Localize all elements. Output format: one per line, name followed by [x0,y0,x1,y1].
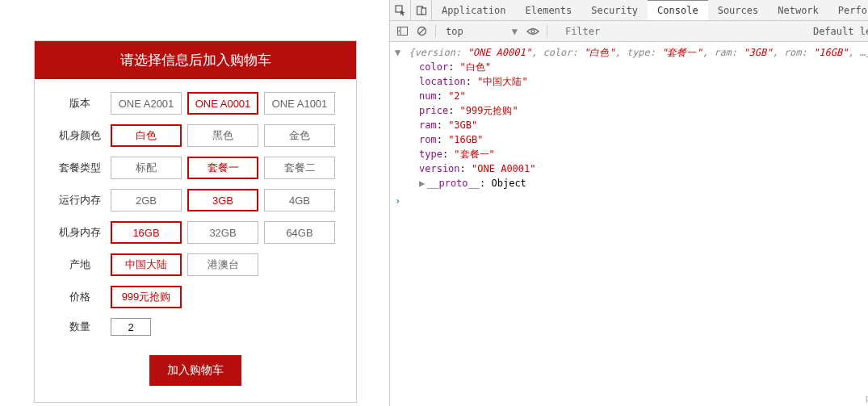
toggle-collapsed-icon[interactable]: ▶ [419,176,427,190]
prop-row: rom: "16GB" [395,132,868,147]
option-color-1[interactable]: 黑色 [187,124,258,147]
tab-console[interactable]: Console [648,0,708,20]
prop-row: ram: "3GB" [395,118,868,132]
add-to-cart-button[interactable]: 加入购物车 [149,355,241,386]
devtools-tabs: Application Elements Security Console So… [390,0,868,21]
label-location: 产地 [49,257,111,272]
option-rom-0[interactable]: 16GB [111,221,182,244]
prop-row: num: "2" [395,89,868,103]
option-location-1[interactable]: 港澳台 [187,253,258,276]
tab-security[interactable]: Security [581,0,648,21]
row-version: 版本 ONE A2001 ONE A0001 ONE A1001 [35,87,356,119]
row-rom: 机身内存 16GB 32GB 64GB [35,216,356,249]
row-price: 价格 999元抢购 [35,281,356,313]
option-ram-0[interactable]: 2GB [111,189,182,211]
prop-row: version: "ONE A0001" [395,161,868,176]
options-rom: 16GB 32GB 64GB [111,221,335,244]
tab-network[interactable]: Network [768,0,828,21]
option-color-2[interactable]: 金色 [264,124,335,147]
prop-row: price: "999元抢购" [395,103,868,118]
product-form: 请选择信息后加入购物车 版本 ONE A2001 ONE A0001 ONE A… [34,40,357,403]
svg-rect-2 [421,8,426,15]
option-rom-1[interactable]: 32GB [187,221,258,244]
prop-row: color: "白色" [395,60,868,74]
options-color: 白色 黑色 金色 [111,124,335,147]
console-prompt-icon[interactable]: › [395,190,868,208]
options-version: ONE A2001 ONE A0001 ONE A1001 [111,92,335,115]
tab-application[interactable]: Application [432,0,515,21]
form-body: 版本 ONE A2001 ONE A0001 ONE A1001 机身颜色 白色… [35,79,356,402]
proto-row[interactable]: ▶__proto__: Object [395,176,868,190]
levels-label: Default levels [813,26,868,37]
object-summary: {version: "ONE A0001", color: "白色", type… [409,47,868,58]
row-qty: 数量 [35,313,356,341]
log-levels-selector[interactable]: Default levels ▼ [813,26,868,37]
toolbar-divider [435,25,436,38]
console-object[interactable]: ▼ {version: "ONE A0001", color: "白色", ty… [395,45,868,60]
chevron-down-icon: ▼ [512,26,518,37]
qty-wrap [111,318,151,336]
options-type: 标配 套餐一 套餐二 [111,157,335,179]
row-location: 产地 中国大陆 港澳台 [35,249,356,281]
device-icon[interactable] [411,0,432,21]
option-version-1[interactable]: ONE A0001 [187,92,258,115]
tab-sources[interactable]: Sources [708,0,769,21]
label-type: 套餐类型 [49,161,111,175]
option-type-2[interactable]: 套餐二 [264,157,335,179]
price-display: 999元抢购 [111,286,182,308]
option-type-0[interactable]: 标配 [111,157,182,179]
console-output[interactable]: ▼ {version: "ONE A0001", color: "白色", ty… [390,42,868,406]
option-version-0[interactable]: ONE A2001 [111,92,182,115]
option-type-1[interactable]: 套餐一 [187,157,258,179]
row-type: 套餐类型 标配 套餐一 套餐二 [35,152,356,184]
form-header: 请选择信息后加入购物车 [35,41,356,79]
clear-console-icon[interactable] [413,23,430,40]
option-version-2[interactable]: ONE A1001 [264,92,335,115]
label-version: 版本 [49,96,111,111]
svg-point-7 [531,30,535,33]
context-selector[interactable]: top ▼ [441,26,522,37]
tab-performance[interactable]: Performance [828,0,868,21]
devtools-panel: Application Elements Security Console So… [389,0,868,406]
label-ram: 运行内存 [49,193,111,207]
prop-row: location: "中国大陆" [395,74,868,89]
label-rom: 机身内存 [49,225,111,240]
option-ram-2[interactable]: 4GB [264,189,335,211]
tab-elements[interactable]: Elements [515,0,581,21]
qty-input[interactable] [111,318,151,336]
console-toolbar: top ▼ Default levels ▼ [390,21,868,42]
toolbar-divider-2 [547,25,547,38]
row-ram: 运行内存 2GB 3GB 4GB [35,184,356,216]
options-location: 中国大陆 港澳台 [111,253,258,276]
label-price: 价格 [49,290,111,304]
label-qty: 数量 [49,320,111,334]
inspect-icon[interactable] [390,0,411,21]
eye-icon[interactable] [524,23,542,40]
prop-row: type: "套餐一" [395,147,868,161]
svg-rect-3 [397,27,407,36]
filter-input[interactable] [562,26,659,37]
option-color-0[interactable]: 白色 [111,124,182,147]
page-content: 请选择信息后加入购物车 版本 ONE A2001 ONE A0001 ONE A… [0,0,389,406]
context-value: top [446,26,463,37]
row-color: 机身颜色 白色 黑色 金色 [35,119,356,152]
option-location-0[interactable]: 中国大陆 [111,253,182,276]
options-ram: 2GB 3GB 4GB [111,189,335,211]
svg-line-6 [419,28,425,34]
option-rom-2[interactable]: 64GB [264,221,335,244]
console-sidebar-icon[interactable] [393,23,411,40]
toggle-expanded-icon[interactable]: ▼ [395,45,403,60]
label-color: 机身颜色 [49,128,111,143]
price-value: 999元抢购 [111,286,182,308]
option-ram-1[interactable]: 3GB [187,189,258,211]
